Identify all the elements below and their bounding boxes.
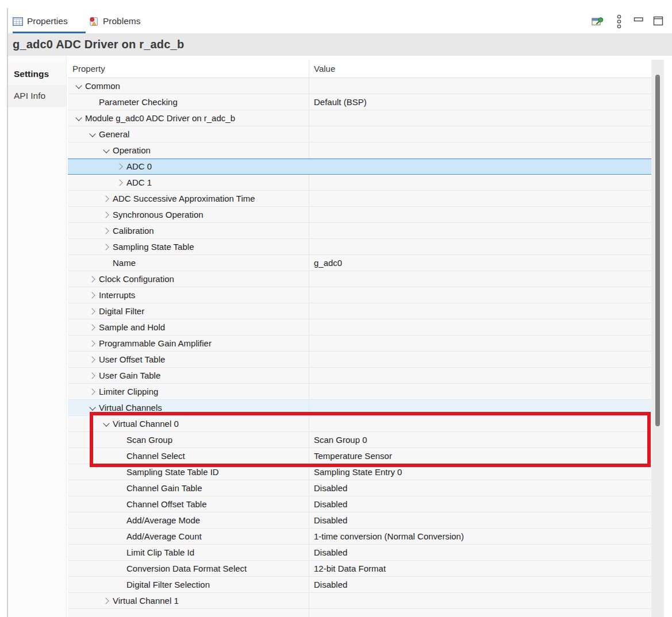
table-row[interactable]: User Offset Table	[68, 352, 651, 368]
tab-properties[interactable]: Properties	[13, 11, 68, 31]
chevron-right-icon[interactable]	[115, 178, 126, 188]
property-name: Sampling State Table	[113, 242, 194, 252]
property-name: Common	[85, 81, 120, 91]
table-row[interactable]: Interrupts	[68, 287, 651, 303]
property-name: General	[99, 129, 129, 139]
property-name: Digital Filter Selection	[126, 580, 210, 589]
table-row[interactable]: Digital Filter	[68, 303, 651, 319]
indent-spacer	[68, 600, 101, 601]
chevron-right-icon[interactable]	[101, 194, 113, 204]
column-header-value[interactable]: Value	[309, 60, 651, 78]
table-row[interactable]: Operation	[68, 142, 651, 159]
table-row[interactable]: Module g_adc0 ADC Driver on r_adc_b	[68, 110, 651, 126]
table-row[interactable]: Digital Filter SelectionDisabled	[68, 577, 651, 593]
settings-sidebar: Settings API Info	[8, 56, 67, 617]
table-row[interactable]: Sampling State Table	[68, 239, 651, 255]
sidebar-item-label: Settings	[14, 69, 49, 79]
table-row[interactable]: Scan GroupScan Group 0	[68, 432, 651, 448]
chevron-right-icon[interactable]	[87, 371, 99, 381]
chevron-down-icon[interactable]	[74, 81, 85, 91]
chevron-right-icon[interactable]	[115, 161, 126, 172]
indent-spacer	[68, 488, 115, 488]
chevron-placeholder	[87, 97, 99, 107]
property-name: Sampling State Table ID	[126, 467, 219, 477]
table-row[interactable]: Calibration	[68, 223, 651, 239]
table-row[interactable]: Channel Offset TableDisabled	[68, 496, 651, 512]
property-name: User Gain Table	[99, 371, 160, 380]
property-name: Calibration	[113, 226, 154, 236]
table-row[interactable]: Limiter Clipping	[68, 384, 651, 400]
chevron-right-icon[interactable]	[101, 226, 113, 236]
chevron-right-icon[interactable]	[87, 290, 99, 300]
tab-problems[interactable]: Problems	[89, 11, 140, 31]
table-row[interactable]: ADC 0	[68, 159, 651, 175]
chevron-right-icon[interactable]	[87, 306, 99, 317]
table-row[interactable]: Add/Average Count1-time conversion (Norm…	[68, 529, 651, 545]
maximize-button[interactable]	[653, 13, 664, 29]
vertical-scrollbar[interactable]	[651, 60, 664, 617]
property-name: Sample and Hold	[99, 322, 165, 332]
table-row[interactable]: Sampling State Table IDSampling State En…	[68, 464, 651, 480]
pin-editor-button[interactable]	[592, 13, 605, 29]
table-row[interactable]: Sample and Hold	[68, 319, 651, 336]
property-name: Operation	[113, 145, 151, 155]
chevron-right-icon[interactable]	[87, 274, 99, 284]
column-header-property[interactable]: Property	[68, 60, 309, 78]
property-name: Digital Filter	[99, 306, 144, 316]
table-row[interactable]: Virtual Channel 0	[68, 416, 651, 432]
table-row[interactable]: General	[68, 126, 651, 142]
property-name: Add/Average Count	[126, 531, 202, 541]
table-row[interactable]: Limit Clip Table IdDisabled	[68, 545, 651, 561]
chevron-placeholder	[115, 547, 126, 558]
table-row[interactable]: Programmable Gain Amplifier	[68, 336, 651, 352]
chevron-placeholder	[74, 612, 85, 617]
table-row[interactable]: ADC 1	[68, 175, 651, 191]
table-row[interactable]	[68, 609, 651, 617]
chevron-right-icon[interactable]	[87, 387, 99, 397]
table-row[interactable]: Conversion Data Format Select12-bit Data…	[68, 561, 651, 577]
sidebar-item-api-info[interactable]: API Info	[8, 85, 66, 107]
table-row[interactable]: ADC Successive Approximation Time	[68, 191, 651, 207]
table-row[interactable]: Synchronous Operation	[68, 207, 651, 223]
pin-editor-icon	[592, 16, 605, 28]
chevron-right-icon[interactable]	[101, 242, 113, 252]
indent-spacer	[68, 214, 101, 215]
property-name: Conversion Data Format Select	[126, 564, 247, 573]
chevron-right-icon[interactable]	[87, 322, 99, 333]
chevron-right-icon[interactable]	[101, 210, 113, 220]
sidebar-item-settings[interactable]: Settings	[8, 63, 66, 85]
chevron-placeholder	[115, 515, 126, 526]
chevron-down-icon[interactable]	[74, 113, 85, 124]
view-menu-button[interactable]	[616, 13, 622, 29]
property-name: Module g_adc0 ADC Driver on r_adc_b	[85, 113, 235, 123]
table-row[interactable]: Virtual Channels	[68, 400, 651, 416]
indent-spacer	[68, 375, 87, 376]
property-table: Property Value CommonParameter CheckingD…	[68, 60, 651, 617]
minimize-button[interactable]	[633, 13, 644, 29]
table-row[interactable]: Channel Gain TableDisabled	[68, 480, 651, 496]
property-name: ADC Successive Approximation Time	[113, 194, 255, 203]
indent-spacer	[68, 423, 101, 424]
table-row[interactable]: Nameg_adc0	[68, 255, 651, 271]
table-row[interactable]: Parameter CheckingDefault (BSP)	[68, 94, 651, 110]
chevron-right-icon[interactable]	[87, 338, 99, 349]
table-row[interactable]: Channel SelectTemperature Sensor	[68, 448, 651, 464]
chevron-down-icon[interactable]	[87, 129, 99, 140]
chevron-down-icon[interactable]	[87, 403, 99, 413]
table-row[interactable]: Common	[68, 78, 651, 94]
table-row[interactable]: User Gain Table	[68, 368, 651, 384]
chevron-down-icon[interactable]	[101, 419, 113, 429]
property-table-body: CommonParameter CheckingDefault (BSP)Mod…	[68, 78, 651, 617]
chevron-right-icon[interactable]	[87, 354, 99, 365]
scrollbar-thumb[interactable]	[655, 75, 660, 426]
indent-spacer	[68, 230, 101, 231]
minimize-icon	[633, 16, 644, 27]
table-row[interactable]: Add/Average ModeDisabled	[68, 512, 651, 529]
tab-label-properties: Properties	[27, 16, 68, 26]
chevron-down-icon[interactable]	[101, 145, 113, 156]
table-row[interactable]: Virtual Channel 1	[68, 593, 651, 609]
chevron-right-icon[interactable]	[101, 596, 113, 606]
indent-spacer	[68, 166, 115, 167]
table-row[interactable]: Clock Configuration	[68, 271, 651, 287]
indent-spacer	[68, 391, 87, 392]
